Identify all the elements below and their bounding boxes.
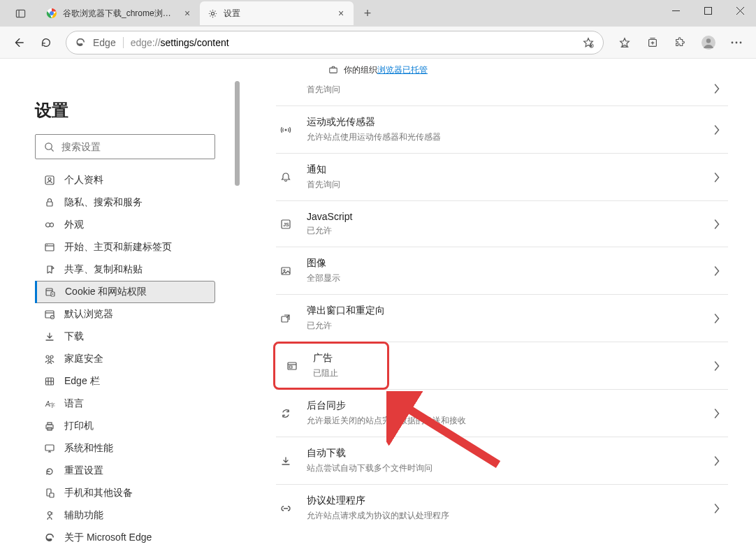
close-icon[interactable]: × <box>335 8 347 19</box>
favorite-button[interactable] <box>582 36 595 49</box>
sidebar-item-label: 打印机 <box>64 420 94 432</box>
tab-active-1[interactable]: 设置 × <box>200 1 354 25</box>
settings-row-0[interactable]: 首先询问 <box>276 81 728 105</box>
svg-rect-51 <box>50 493 54 497</box>
sidebar-item-label: 默认浏览器 <box>64 308 113 321</box>
row-title: 运动或光传感器 <box>307 116 700 129</box>
svg-point-13 <box>706 38 711 43</box>
row-sub: 允许站点使用运动传感器和光传感器 <box>307 131 700 143</box>
ads-icon <box>285 359 299 373</box>
protocol-icon <box>279 502 293 515</box>
settings-row-1[interactable]: 运动或光传感器允许站点使用运动传感器和光传感器 <box>276 105 728 153</box>
row-sub: 全部显示 <box>307 272 700 284</box>
chevron-right-icon <box>714 125 720 135</box>
managed-banner: 你的组织浏览器已托管 <box>0 59 756 81</box>
sidebar-item-13[interactable]: 重置设置 <box>35 460 215 482</box>
chevron-right-icon <box>714 504 720 513</box>
settings-search[interactable] <box>35 134 215 159</box>
managed-link[interactable]: 浏览器已托管 <box>377 65 428 75</box>
sensor-icon <box>279 123 293 137</box>
sidebar-icon <box>43 464 56 477</box>
settings-row-7[interactable]: 后台同步允许最近关闭的站点完成数据的发送和接收 <box>276 389 728 437</box>
sidebar-item-8[interactable]: 家庭安全 <box>35 348 215 370</box>
titlebar: 谷歌浏览器下载_chrome浏览器 × 设置 × + <box>0 0 756 27</box>
tab-label: 谷歌浏览器下载_chrome浏览器 <box>63 8 176 20</box>
settings-row-3[interactable]: JSJavaScript已允许 <box>276 200 728 247</box>
sidebar-icon <box>43 509 56 522</box>
sidebar-item-1[interactable]: 隐私、搜索和服务 <box>35 191 215 214</box>
svg-point-37 <box>48 359 51 362</box>
sidebar-item-label: 外观 <box>64 219 84 231</box>
sidebar-item-label: Cookie 和网站权限 <box>65 286 147 298</box>
svg-point-21 <box>48 178 51 181</box>
sidebar-icon <box>43 330 56 343</box>
favorites-button[interactable] <box>611 30 639 55</box>
sidebar-item-0[interactable]: 个人资料 <box>35 169 215 191</box>
settings-row-5[interactable]: 弹出窗口和重定向已允许 <box>276 294 728 342</box>
svg-point-53 <box>285 129 287 131</box>
settings-row-8[interactable]: 自动下载站点尝试自动下载多个文件时询问 <box>276 437 728 484</box>
tab-label: 设置 <box>224 8 330 20</box>
page-title: 设置 <box>35 99 241 122</box>
chrome-favicon <box>46 8 57 19</box>
refresh-button[interactable] <box>34 30 59 55</box>
svg-line-19 <box>51 149 53 151</box>
sidebar-item-15[interactable]: 辅助功能 <box>35 504 215 527</box>
back-button[interactable] <box>6 30 31 55</box>
toolbar: Edge edge://settings/content <box>0 27 756 59</box>
extensions-button[interactable] <box>667 30 695 55</box>
settings-row-4[interactable]: 图像全部显示 <box>276 247 728 294</box>
settings-row-ads[interactable]: 广告已阻止 <box>273 342 389 390</box>
sidebar-item-5[interactable]: Cookie 和网站权限 <box>35 281 215 303</box>
sidebar-item-16[interactable]: 关于 Microsoft Edge <box>35 527 215 549</box>
svg-point-14 <box>732 41 734 43</box>
sidebar-item-label: 个人资料 <box>64 174 103 186</box>
sidebar-item-9[interactable]: Edge 栏 <box>35 370 215 393</box>
settings-row-9[interactable]: 协议处理程序允许站点请求成为协议的默认处理程序 <box>276 484 728 532</box>
svg-text:字: 字 <box>50 402 55 409</box>
chevron-right-icon <box>714 219 720 229</box>
svg-point-57 <box>284 269 285 270</box>
profile-button[interactable] <box>695 30 722 55</box>
tab-actions-button[interactable] <box>6 2 35 24</box>
row-title: 后台同步 <box>307 400 700 412</box>
window-controls <box>660 0 756 22</box>
search-icon <box>44 142 54 152</box>
sidebar-item-2[interactable]: 外观 <box>35 214 215 236</box>
sidebar-icon: A字 <box>43 397 56 410</box>
sidebar-icon <box>43 353 56 365</box>
sidebar-item-3[interactable]: 开始、主页和新建标签页 <box>35 236 215 258</box>
sidebar-item-6[interactable]: 默认浏览器 <box>35 303 215 325</box>
sidebar-item-12[interactable]: 系统和性能 <box>35 437 215 460</box>
close-window-button[interactable] <box>724 0 756 21</box>
sidebar-icon <box>43 196 56 209</box>
svg-point-15 <box>736 41 738 43</box>
sidebar-scrollbar[interactable] <box>233 81 241 549</box>
sidebar-item-14[interactable]: 手机和其他设备 <box>35 482 215 504</box>
gear-icon <box>207 8 218 19</box>
row-sub: 允许站点请求成为协议的默认处理程序 <box>307 510 700 522</box>
settings-sidebar: 设置 个人资料隐私、搜索和服务外观开始、主页和新建标签页共享、复制和粘贴Cook… <box>0 81 241 549</box>
sidebar-item-10[interactable]: A字语言 <box>35 393 215 415</box>
tab-actions-icon <box>15 8 26 19</box>
download-icon <box>279 454 293 468</box>
sidebar-item-label: 辅助功能 <box>64 509 103 522</box>
sidebar-item-label: 重置设置 <box>64 464 103 477</box>
search-input[interactable] <box>61 141 206 152</box>
svg-point-18 <box>45 142 52 149</box>
minimize-button[interactable] <box>660 0 692 21</box>
row-sub: 已允许 <box>307 225 700 237</box>
tab-inactive-0[interactable]: 谷歌浏览器下载_chrome浏览器 × <box>39 1 200 25</box>
new-tab-button[interactable]: + <box>358 3 377 23</box>
addressbar[interactable]: Edge edge://settings/content <box>66 31 604 54</box>
close-icon[interactable]: × <box>182 8 193 19</box>
maximize-button[interactable] <box>692 0 724 21</box>
svg-point-4 <box>211 12 214 15</box>
settings-row-2[interactable]: 通知首先询问 <box>276 153 728 200</box>
sidebar-item-4[interactable]: 共享、复制和粘贴 <box>35 258 215 281</box>
sidebar-item-11[interactable]: 打印机 <box>35 415 215 437</box>
row-sub: 允许最近关闭的站点完成数据的发送和接收 <box>307 415 700 427</box>
menu-button[interactable] <box>722 30 750 55</box>
sidebar-item-7[interactable]: 下载 <box>35 325 215 348</box>
collections-button[interactable] <box>639 30 667 55</box>
